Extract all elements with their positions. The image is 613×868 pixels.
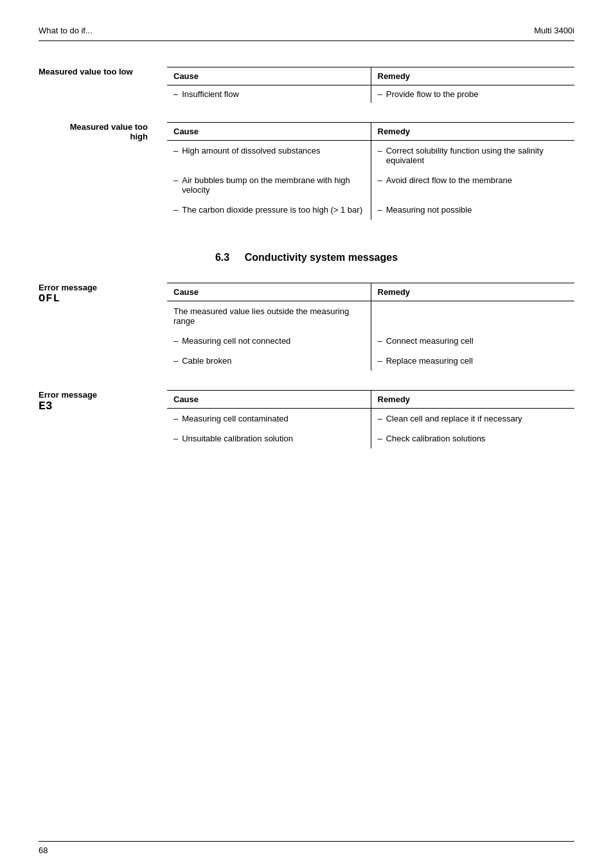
section3-label-line1: Error message xyxy=(39,283,97,292)
table-row: –Cable broken –Replace measuring cell xyxy=(167,351,574,371)
section1-label: Measured value too low xyxy=(39,67,146,76)
table-row: –Unsuitable calibration solution –Check … xyxy=(167,429,574,448)
section3-label: Error message OFL xyxy=(39,283,161,305)
remedy-cell: –Measuring not possible xyxy=(371,200,574,220)
cause-cell: –Measuring cell not connected xyxy=(167,331,371,351)
cause-cell: –High amount of dissolved substances xyxy=(167,141,371,171)
remedy-cell: –Clean cell and replace it if necessary xyxy=(371,409,574,429)
page-number: 68 xyxy=(39,846,48,855)
section2-label-wrap: Measured value too high xyxy=(39,122,167,141)
chapter-heading: 6.3 Conductivity system messages xyxy=(39,252,574,263)
section4-content: Cause Remedy –Measuring cell contaminate… xyxy=(167,390,574,448)
section4-label-wrap: Error message E3 xyxy=(39,390,167,412)
chapter-number: 6.3 xyxy=(215,252,229,263)
cause-cell: The measured value lies outside the meas… xyxy=(167,301,371,332)
cause-cell: –Air bubbles bump on the membrane with h… xyxy=(167,170,371,200)
section4-remedy-header: Remedy xyxy=(371,391,574,409)
table-row: –Measuring cell contaminated –Clean cell… xyxy=(167,409,574,429)
section2-label-line2: high xyxy=(130,132,148,141)
section3-label-wrap: Error message OFL xyxy=(39,283,167,305)
section1-cause-header: Cause xyxy=(167,67,371,85)
section4-cause-header: Cause xyxy=(167,391,371,409)
section4-label: Error message E3 xyxy=(39,390,161,412)
section-measured-high: Measured value too high Cause Remedy –Hi… xyxy=(39,122,574,220)
page-footer: 68 xyxy=(39,841,574,855)
section-measured-low: Measured value too low Cause Remedy –Ins… xyxy=(39,67,574,103)
cause-cell: –Measuring cell contaminated xyxy=(167,409,371,429)
page-header: What to do if... Multi 3400i xyxy=(39,26,574,41)
remedy-cell: –Replace measuring cell xyxy=(371,351,574,371)
remedy-cell: –Provide flow to the probe xyxy=(371,85,574,103)
remedy-cell: –Connect measuring cell xyxy=(371,331,574,351)
table-row: –Measuring cell not connected –Connect m… xyxy=(167,331,574,351)
section4-label-line1: Error message xyxy=(39,390,97,400)
cause-cell: –Unsuitable calibration solution xyxy=(167,429,371,448)
remedy-cell xyxy=(371,301,574,332)
chapter-title: Conductivity system messages xyxy=(245,252,398,263)
section1-table: Cause Remedy –Insufficient flow –Provide… xyxy=(167,67,574,103)
section4-label-code: E3 xyxy=(39,400,148,412)
section1-remedy-header: Remedy xyxy=(371,67,574,85)
section3-table: Cause Remedy The measured value lies out… xyxy=(167,283,574,371)
section2-label: Measured value too high xyxy=(39,122,161,141)
section3-content: Cause Remedy The measured value lies out… xyxy=(167,283,574,371)
section2-remedy-header: Remedy xyxy=(371,123,574,141)
remedy-cell: –Avoid direct flow to the membrane xyxy=(371,170,574,200)
section2-table: Cause Remedy –High amount of dissolved s… xyxy=(167,122,574,220)
cause-cell: –The carbon dioxide pressure is too high… xyxy=(167,200,371,220)
section2-label-line1: Measured value too xyxy=(70,122,148,132)
section1-label-wrap: Measured value too low xyxy=(39,67,167,76)
table-row: –The carbon dioxide pressure is too high… xyxy=(167,200,574,220)
section2-content: Cause Remedy –High amount of dissolved s… xyxy=(167,122,574,220)
section4-table: Cause Remedy –Measuring cell contaminate… xyxy=(167,390,574,448)
header-left: What to do if... xyxy=(39,26,93,35)
section2-cause-header: Cause xyxy=(167,123,371,141)
section3-label-code: OFL xyxy=(39,292,148,305)
remedy-cell: –Correct solubility function using the s… xyxy=(371,141,574,171)
section-error-ofl: Error message OFL Cause Remedy The measu… xyxy=(39,283,574,371)
section3-remedy-header: Remedy xyxy=(371,283,574,301)
page-container: What to do if... Multi 3400i Measured va… xyxy=(0,0,613,487)
table-row: The measured value lies outside the meas… xyxy=(167,301,574,332)
section3-cause-header: Cause xyxy=(167,283,371,301)
cause-cell: –Insufficient flow xyxy=(167,85,371,103)
table-row: –High amount of dissolved substances –Co… xyxy=(167,141,574,171)
table-row: –Insufficient flow –Provide flow to the … xyxy=(167,85,574,103)
cause-cell: –Cable broken xyxy=(167,351,371,371)
section1-content: Cause Remedy –Insufficient flow –Provide… xyxy=(167,67,574,103)
header-right: Multi 3400i xyxy=(534,26,574,35)
table-row: –Air bubbles bump on the membrane with h… xyxy=(167,170,574,200)
remedy-cell: –Check calibration solutions xyxy=(371,429,574,448)
section-error-e3: Error message E3 Cause Remedy –Measuring… xyxy=(39,390,574,448)
